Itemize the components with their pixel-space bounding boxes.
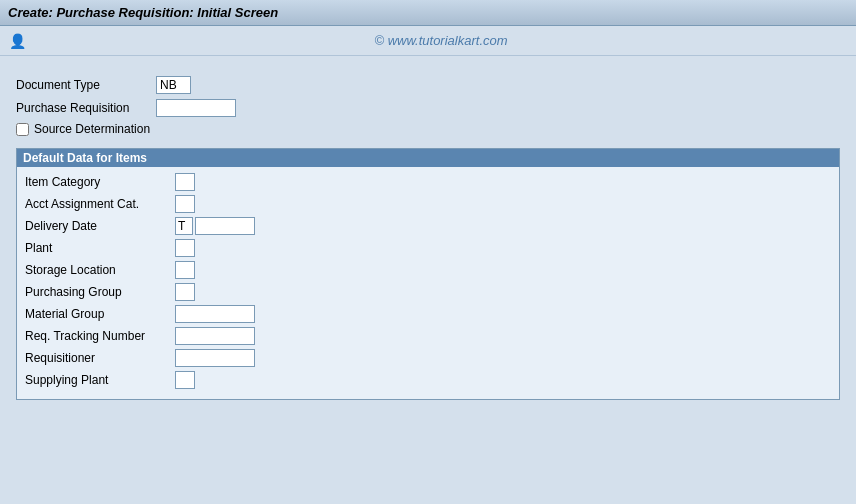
storage-location-label: Storage Location <box>25 263 175 277</box>
material-group-label: Material Group <box>25 307 175 321</box>
purchasing-group-label: Purchasing Group <box>25 285 175 299</box>
purchasing-group-row: Purchasing Group <box>25 283 831 301</box>
source-determination-checkbox[interactable] <box>16 123 29 136</box>
acct-assignment-label: Acct Assignment Cat. <box>25 197 175 211</box>
item-category-label: Item Category <box>25 175 175 189</box>
material-group-input[interactable] <box>175 305 255 323</box>
delivery-date-prefix-input[interactable] <box>175 217 193 235</box>
document-type-row: Document Type <box>16 76 840 94</box>
storage-location-input[interactable] <box>175 261 195 279</box>
default-data-group: Default Data for Items Item Category Acc… <box>16 148 840 400</box>
delivery-date-input[interactable] <box>195 217 255 235</box>
title-bar: Create: Purchase Requisition: Initial Sc… <box>0 0 856 26</box>
requisitioner-label: Requisitioner <box>25 351 175 365</box>
document-type-input[interactable] <box>156 76 191 94</box>
purchase-requisition-input[interactable] <box>156 99 236 117</box>
group-box-content: Item Category Acct Assignment Cat. Deliv… <box>17 167 839 399</box>
plant-row: Plant <box>25 239 831 257</box>
delivery-date-inputs <box>175 217 255 235</box>
material-group-row: Material Group <box>25 305 831 323</box>
source-determination-row: Source Determination <box>16 122 840 136</box>
top-form-section: Document Type Purchase Requisition Sourc… <box>16 76 840 136</box>
watermark-text: © www.tutorialkart.com <box>32 33 850 48</box>
delivery-date-row: Delivery Date <box>25 217 831 235</box>
supplying-plant-label: Supplying Plant <box>25 373 175 387</box>
req-tracking-input[interactable] <box>175 327 255 345</box>
req-tracking-label: Req. Tracking Number <box>25 329 175 343</box>
requisitioner-input[interactable] <box>175 349 255 367</box>
storage-location-row: Storage Location <box>25 261 831 279</box>
purchase-requisition-label: Purchase Requisition <box>16 101 156 115</box>
purchase-requisition-row: Purchase Requisition <box>16 99 840 117</box>
requisitioner-row: Requisitioner <box>25 349 831 367</box>
user-icon: 👤 <box>9 33 26 49</box>
toolbar: 👤 © www.tutorialkart.com <box>0 26 856 56</box>
user-icon-button[interactable]: 👤 <box>6 30 28 52</box>
source-determination-label: Source Determination <box>34 122 150 136</box>
main-content: Document Type Purchase Requisition Sourc… <box>0 56 856 410</box>
supplying-plant-input[interactable] <box>175 371 195 389</box>
purchasing-group-input[interactable] <box>175 283 195 301</box>
plant-label: Plant <box>25 241 175 255</box>
document-type-label: Document Type <box>16 78 156 92</box>
group-box-title: Default Data for Items <box>17 149 839 167</box>
plant-input[interactable] <box>175 239 195 257</box>
title-text: Create: Purchase Requisition: Initial Sc… <box>8 5 278 20</box>
acct-assignment-input[interactable] <box>175 195 195 213</box>
supplying-plant-row: Supplying Plant <box>25 371 831 389</box>
req-tracking-row: Req. Tracking Number <box>25 327 831 345</box>
delivery-date-label: Delivery Date <box>25 219 175 233</box>
acct-assignment-row: Acct Assignment Cat. <box>25 195 831 213</box>
item-category-input[interactable] <box>175 173 195 191</box>
item-category-row: Item Category <box>25 173 831 191</box>
